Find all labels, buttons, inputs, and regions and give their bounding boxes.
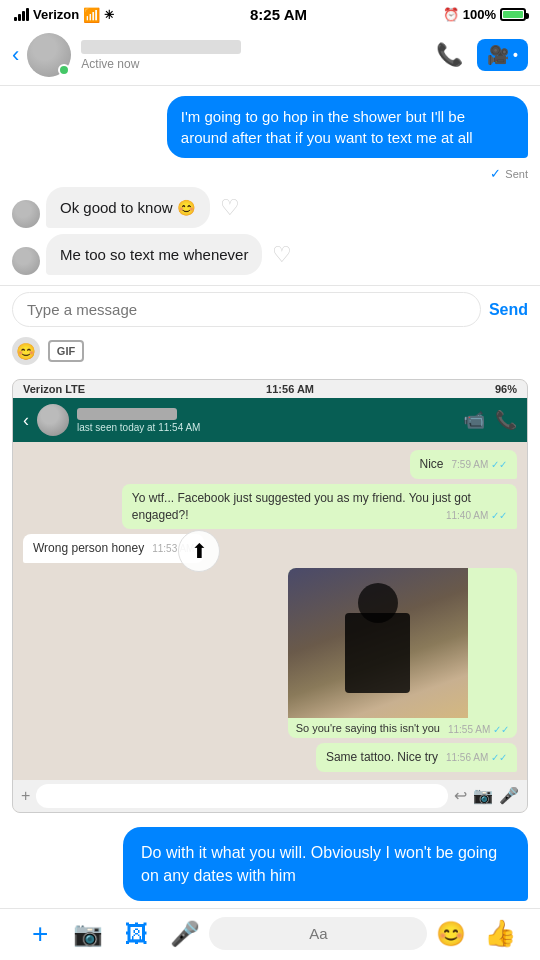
carrier-label: Verizon [33,7,79,22]
wa-image-content [288,568,468,718]
wa-contact-avatar [37,404,69,436]
back-button[interactable]: ‹ [12,42,19,68]
received-avatar-1 [12,200,40,228]
contact-name [81,40,241,54]
contact-status: Active now [81,57,436,71]
wa-image-message: So you're saying this isn't you 11:55 AM… [288,568,517,738]
bottom-sent-message: Do with it what you will. Obviously I wo… [123,827,528,901]
received-avatar-2 [12,247,40,275]
sent-message-1: I'm going to go hop in the shower but I'… [167,96,528,158]
send-button[interactable]: Send [489,301,528,319]
image-button[interactable]: 🖼 [113,920,161,948]
bottom-message-container: Do with it what you will. Obviously I wo… [0,819,540,909]
image-icon: 🖼 [125,920,149,948]
wa-contact-info: last seen today at 11:54 AM [77,408,455,433]
smiley-icon: 😊 [16,342,36,361]
status-bar: Verizon 📶 ✳ 8:25 AM ⏰ 100% [0,0,540,27]
received-message-2-row: Me too so text me whenever ♡ [12,234,528,275]
wa-time-5: 11:56 AM ✓✓ [446,751,507,765]
status-left: Verizon 📶 ✳ [14,7,114,23]
wa-figure-body [345,613,410,693]
wa-image-caption: So you're saying this isn't you 11:55 AM… [288,718,517,738]
message-input[interactable] [12,292,481,327]
wa-figure [343,583,413,703]
thumbs-up-icon: 👍 [484,918,516,949]
like-button[interactable]: 👍 [476,918,524,949]
wa-carrier: Verizon LTE [23,383,85,395]
received-message-1-row: Ok good to know 😊 ♡ [12,187,528,228]
share-icon: ⬆ [191,539,208,563]
wa-contact-name [77,408,177,420]
mic-button[interactable]: 🎤 [161,920,209,948]
sent-icon: ✓ [490,166,501,181]
wa-status-bar: Verizon LTE 11:56 AM 96% [13,380,527,398]
wa-battery: 96% [495,383,517,395]
chat-area: I'm going to go hop in the shower but I'… [0,86,540,285]
wa-time-2: 11:40 AM ✓✓ [446,509,507,523]
wifi-icon: 📶 [83,7,100,23]
bottom-toolbar: + 📷 🖼 🎤 😊 👍 [0,908,540,960]
wa-plus-icon[interactable]: + [21,787,30,805]
heart-reaction-1: ♡ [220,195,240,221]
wa-phone-icon[interactable]: 📞 [495,409,517,431]
heart-reaction-2: ♡ [272,242,292,268]
wa-time-1: 7:59 AM ✓✓ [452,458,507,472]
wa-msg-5: Same tattoo. Nice try 11:56 AM ✓✓ [316,743,517,772]
gif-row: 😊 GIF [0,333,540,373]
battery-label: 100% [463,7,496,22]
received-message-2: Me too so text me whenever [46,234,262,275]
wa-header: ‹ last seen today at 11:54 AM 📹 📞 [13,398,527,442]
camera-button[interactable]: 📷 [64,920,112,948]
whatsapp-screenshot: Verizon LTE 11:56 AM 96% ‹ last seen tod… [12,379,528,813]
video-icon: 🎥 [487,44,509,66]
wa-contact-status: last seen today at 11:54 AM [77,422,455,433]
wa-message-input[interactable] [36,784,448,808]
mic-icon: 🎤 [170,920,200,948]
dot-indicator: • [513,47,518,63]
plus-button[interactable]: + [16,918,64,950]
wa-video-icon[interactable]: 📹 [463,409,485,431]
sent-label: Sent [505,168,528,180]
received-message-1: Ok good to know 😊 [46,187,210,228]
camera-icon: 📷 [73,920,103,948]
video-call-button[interactable]: 🎥 • [477,39,528,71]
gif-button[interactable]: GIF [48,340,84,362]
status-right: ⏰ 100% [443,7,526,22]
wa-msg-2: Yo wtf... Facebook just suggested you as… [122,484,517,530]
wa-time-4: 11:55 AM ✓✓ [448,724,509,735]
wa-chat: Nice 7:59 AM ✓✓ Yo wtf... Facebook just … [13,442,527,780]
battery-icon [500,8,526,21]
signal-bars [14,8,29,21]
aa-input[interactable] [209,917,427,950]
sent-message-1-meta: ✓ Sent [490,166,528,181]
wa-back-icon: ‹ [23,410,29,431]
plus-icon: + [32,918,48,950]
emoji-icon: 😊 [436,920,466,948]
share-button[interactable]: ⬆ [178,530,220,572]
wa-mic-icon[interactable]: 🎤 [499,786,519,805]
avatar-container [27,33,71,77]
active-indicator [58,64,70,76]
header-actions: 📞 🎥 • [436,39,528,71]
contact-info: Active now [81,40,436,71]
wa-msg-1: Nice 7:59 AM ✓✓ [410,450,517,479]
emoji-button[interactable]: 😊 [427,920,475,948]
wa-repost-icon[interactable]: ↩ [454,786,467,805]
wa-camera-icon[interactable]: 📷 [473,786,493,805]
alarm-icon: ⏰ [443,7,459,22]
message-input-row: Send [0,285,540,333]
messenger-header: ‹ Active now 📞 🎥 • [0,27,540,86]
wa-input-bar: + ↩ 📷 🎤 [13,780,527,812]
brightness-icon: ✳ [104,8,114,22]
emoji-picker-icon[interactable]: 😊 [12,337,40,365]
time-display: 8:25 AM [250,6,307,23]
wa-time: 11:56 AM [266,383,314,395]
wa-header-icons: 📹 📞 [463,409,517,431]
phone-call-icon[interactable]: 📞 [436,42,463,68]
